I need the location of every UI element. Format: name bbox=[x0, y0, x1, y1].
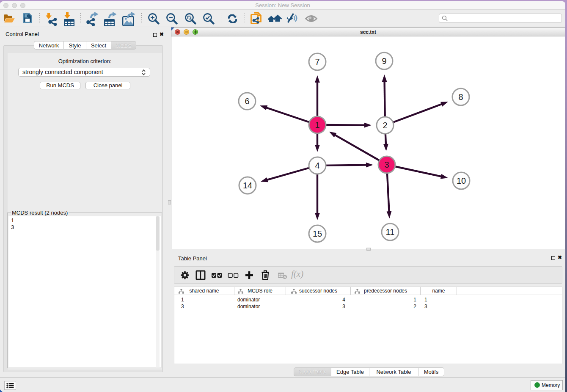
svg-text:6: 6 bbox=[245, 97, 249, 106]
svg-text:7: 7 bbox=[315, 57, 319, 66]
svg-text:11: 11 bbox=[386, 227, 395, 237]
svg-text:1: 1 bbox=[315, 120, 319, 130]
svg-text:9: 9 bbox=[382, 56, 386, 66]
svg-text:15: 15 bbox=[313, 229, 322, 238]
svg-text:3: 3 bbox=[384, 160, 389, 169]
svg-text:2: 2 bbox=[383, 121, 387, 130]
svg-text:10: 10 bbox=[457, 176, 466, 185]
svg-text:14: 14 bbox=[243, 181, 252, 190]
svg-text:4: 4 bbox=[315, 161, 319, 170]
svg-text:8: 8 bbox=[458, 92, 463, 102]
